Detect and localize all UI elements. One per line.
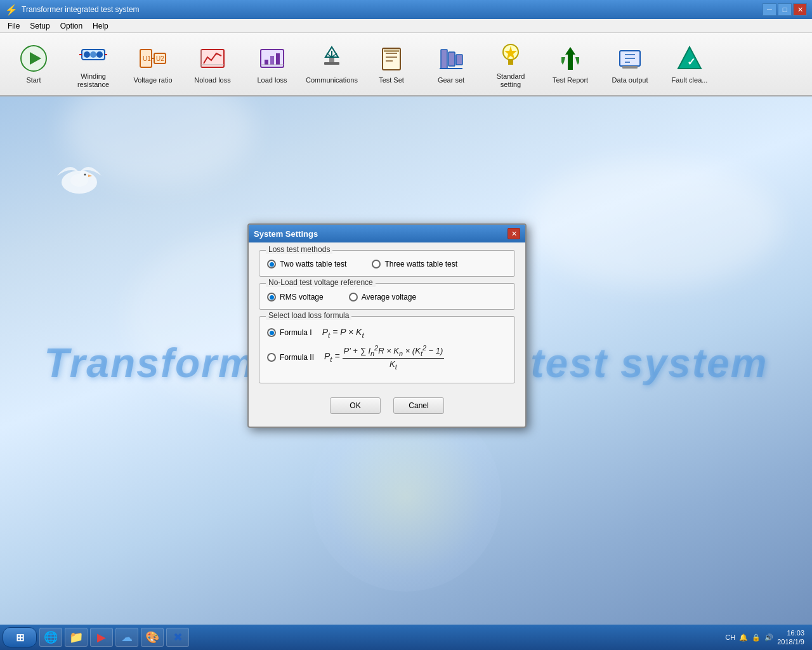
test-report-icon [555, 43, 586, 74]
maximize-button[interactable]: □ [778, 3, 792, 16]
svg-rect-22 [329, 57, 334, 62]
tray-lang: CH [725, 633, 735, 641]
app-title: Transformer integrated test system [22, 5, 140, 14]
three-watts-label: Three watts table test [384, 260, 457, 269]
standard-setting-icon [495, 39, 526, 70]
winding-resistance-icon [78, 39, 108, 70]
svg-text:U1: U1 [143, 55, 151, 62]
formula-2-radio[interactable]: Formula II [267, 353, 314, 362]
noload-loss-icon [197, 43, 228, 74]
title-bar-left: ⚡ Transformer integrated test system [5, 4, 140, 16]
desktop: Transformer integrated test system Syste… [0, 96, 812, 630]
svg-rect-18 [270, 56, 274, 65]
average-voltage-indicator [349, 293, 358, 302]
title-bar-controls: ─ □ ✕ [763, 3, 807, 16]
svg-rect-38 [508, 60, 513, 65]
tray-network[interactable]: 🔔 [739, 633, 748, 642]
svg-marker-41 [575, 57, 579, 65]
rms-voltage-indicator [267, 293, 276, 302]
taskbar-app-icon[interactable]: ✖ [166, 628, 189, 647]
test-set-label: Test Set [379, 76, 404, 84]
title-bar: ⚡ Transformer integrated test system ─ □… [0, 0, 812, 19]
noload-voltage-radio-row: RMS voltage Average voltage [267, 289, 507, 302]
voltage-ratio-label: Voltage ratio [133, 76, 172, 84]
taskbar-media-icon[interactable]: ▶ [90, 628, 113, 647]
formula-2-indicator [267, 353, 276, 362]
menu-help[interactable]: Help [88, 20, 114, 32]
loss-test-methods-label: Loss test methods [266, 245, 332, 254]
fault-clear-icon: ✓ [674, 43, 705, 74]
svg-point-3 [84, 51, 90, 58]
toolbar-gear-set-button[interactable]: Gear set [422, 36, 480, 92]
communications-icon [317, 43, 347, 74]
clock: 16:03 2018/1/9 [777, 628, 804, 647]
toolbar-fault-clear-button[interactable]: ✓ Fault clea... [661, 36, 718, 92]
menu-setup[interactable]: Setup [25, 20, 55, 32]
noload-loss-label: Noload loss [194, 76, 230, 84]
toolbar-data-output-button[interactable]: Data output [601, 36, 658, 92]
close-button[interactable]: ✕ [793, 3, 807, 16]
ok-button[interactable]: OK [330, 397, 381, 414]
voltage-ratio-icon: U1 U2 [138, 43, 168, 74]
cancel-button[interactable]: Canel [393, 397, 444, 414]
toolbar-start-button[interactable]: Start [5, 36, 62, 92]
noload-voltage-label: No-Load test voltage reference [266, 278, 376, 287]
fault-clear-label: Fault clea... [672, 76, 708, 84]
svg-text:U2: U2 [156, 55, 164, 62]
taskbar-cloud-icon[interactable]: ☁ [115, 628, 138, 647]
load-loss-icon [257, 43, 287, 74]
rms-voltage-radio[interactable]: RMS voltage [267, 293, 324, 302]
formula-1-label: Formula I [280, 328, 312, 337]
average-voltage-radio[interactable]: Average voltage [349, 293, 417, 302]
data-output-label: Data output [612, 76, 648, 84]
minimize-button[interactable]: ─ [763, 3, 776, 16]
toolbar-test-report-button[interactable]: Test Report [542, 36, 599, 92]
clock-date: 2018/1/9 [777, 637, 804, 646]
app-icon: ⚡ [5, 4, 18, 16]
toolbar-test-set-button[interactable]: Test Set [363, 36, 420, 92]
formula-1-radio[interactable]: Formula I [267, 328, 312, 337]
start-button[interactable]: ⊞ [3, 627, 37, 647]
taskbar-folder-icon[interactable]: 📁 [65, 628, 88, 647]
toolbar-communications-button[interactable]: Communications [303, 36, 360, 92]
dialog-title-bar: System Settings ✕ [249, 225, 525, 242]
svg-rect-43 [622, 66, 638, 69]
loss-test-methods-group: Loss test methods Two watts table test T… [259, 250, 515, 277]
load-loss-label: Load loss [257, 76, 287, 84]
formula-1-display: Pt = P × Kt [322, 327, 364, 339]
taskbar-paint-icon[interactable]: 🎨 [141, 628, 164, 647]
data-output-icon [615, 43, 645, 74]
formula-2-row: Formula II Pt = P' + ∑ In2R × Kn × (Kt2 … [267, 344, 507, 371]
formula-2-display: Pt = P' + ∑ In2R × Kn × (Kt2 − 1) Kt [324, 344, 444, 371]
toolbar-noload-loss-button[interactable]: Noload loss [184, 36, 241, 92]
rms-voltage-label: RMS voltage [280, 293, 324, 302]
formula-1-indicator [267, 328, 276, 337]
three-watts-radio[interactable]: Three watts table test [372, 260, 457, 269]
svg-rect-21 [324, 62, 339, 65]
noload-voltage-group: No-Load test voltage reference RMS volta… [259, 283, 515, 310]
communications-label: Communications [306, 76, 358, 84]
winding-resistance-label: Winding resistance [68, 72, 119, 89]
menu-file[interactable]: File [3, 20, 25, 32]
loss-test-methods-radio-row: Two watts table test Three watts table t… [267, 256, 507, 269]
tray-security[interactable]: 🔒 [752, 633, 761, 642]
test-set-icon [376, 43, 407, 74]
taskbar-ie-icon[interactable]: 🌐 [39, 628, 62, 647]
windows-logo: ⊞ [16, 632, 24, 644]
tray-volume[interactable]: 🔊 [764, 633, 773, 642]
two-watts-label: Two watts table test [280, 260, 346, 269]
svg-text:✓: ✓ [687, 56, 695, 67]
svg-rect-34 [456, 55, 462, 65]
dialog-close-button[interactable]: ✕ [508, 228, 520, 239]
toolbar-standard-setting-button[interactable]: Standard setting [482, 36, 539, 92]
toolbar-load-loss-button[interactable]: Load loss [244, 36, 301, 92]
system-settings-dialog: System Settings ✕ Loss test methods Two … [247, 223, 527, 428]
toolbar-winding-resistance-button[interactable]: Winding resistance [65, 36, 122, 92]
menu-option[interactable]: Option [55, 20, 88, 32]
load-loss-formula-group: Select load loss formula Formula I Pt = … [259, 316, 515, 383]
svg-marker-39 [565, 47, 575, 70]
toolbar-voltage-ratio-button[interactable]: U1 U2 Voltage ratio [124, 36, 181, 92]
svg-point-4 [90, 51, 96, 58]
two-watts-radio[interactable]: Two watts table test [267, 260, 346, 269]
dialog-title: System Settings [254, 229, 318, 239]
